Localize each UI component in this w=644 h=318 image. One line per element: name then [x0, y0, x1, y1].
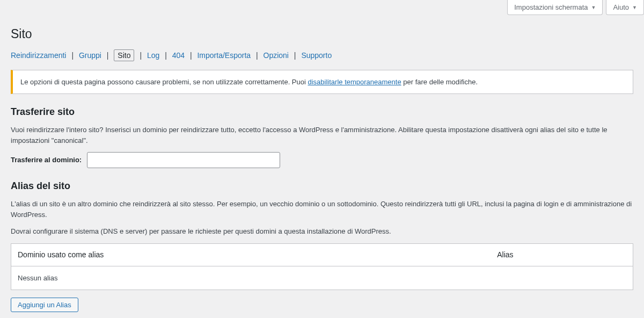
tab-log[interactable]: Log [147, 51, 159, 60]
separator: | [107, 51, 109, 60]
tab-sito[interactable]: Sito [114, 49, 134, 61]
alias-col-domain: Dominio usato come alias [11, 243, 491, 266]
tab-supporto[interactable]: Supporto [301, 51, 332, 60]
separator: | [165, 51, 167, 60]
chevron-down-icon: ▼ [591, 5, 596, 10]
separator: | [140, 51, 142, 60]
disable-temporarily-link[interactable]: disabilitarle temporaneamente [308, 78, 401, 86]
alias-col-alias: Alias [491, 243, 633, 266]
tab-404[interactable]: 404 [172, 51, 185, 60]
site-alias-description-1: L'alias di un sito è un altro dominio ch… [11, 199, 633, 220]
page-title: Sito [11, 25, 633, 44]
notice-text-before: Le opzioni di questa pagina possono caus… [20, 78, 308, 86]
tabs-nav: Reindirizzamenti | Gruppi | Sito | Log |… [11, 50, 633, 61]
notice-text-after: per fare delle modifiche. [401, 78, 478, 86]
tab-importa-esporta[interactable]: Importa/Esporta [197, 51, 251, 60]
screen-options-button[interactable]: Impostazioni schermata ▼ [507, 0, 603, 15]
transfer-domain-label: Trasferire al dominio: [11, 155, 82, 165]
site-alias-heading: Alias del sito [11, 179, 633, 193]
alias-empty-text: Nessun alias [11, 266, 633, 290]
table-row: Nessun alias [11, 266, 633, 290]
tab-gruppi[interactable]: Gruppi [79, 51, 101, 60]
transfer-site-description: Vuoi reindirizzare l'intero sito? Inseri… [11, 125, 633, 146]
chevron-down-icon: ▼ [632, 5, 637, 10]
warning-notice: Le opzioni di questa pagina possono caus… [11, 70, 633, 95]
tab-reindirizzamenti[interactable]: Reindirizzamenti [11, 51, 66, 60]
separator: | [71, 51, 74, 60]
separator: | [190, 51, 192, 60]
alias-table: Dominio usato come alias Alias Nessun al… [11, 243, 633, 291]
transfer-domain-input[interactable] [87, 152, 280, 168]
separator: | [294, 51, 296, 60]
help-button[interactable]: Aiuto ▼ [606, 0, 644, 15]
add-alias-button[interactable]: Aggiungi un Alias [11, 298, 78, 312]
screen-options-label: Impostazioni schermata [514, 3, 588, 11]
tab-opzioni[interactable]: Opzioni [264, 51, 289, 60]
separator: | [256, 51, 258, 60]
help-label: Aiuto [613, 3, 629, 11]
site-alias-description-2: Dovrai configurare il sistema (DNS e ser… [11, 226, 633, 237]
transfer-site-heading: Trasferire sito [11, 105, 633, 119]
